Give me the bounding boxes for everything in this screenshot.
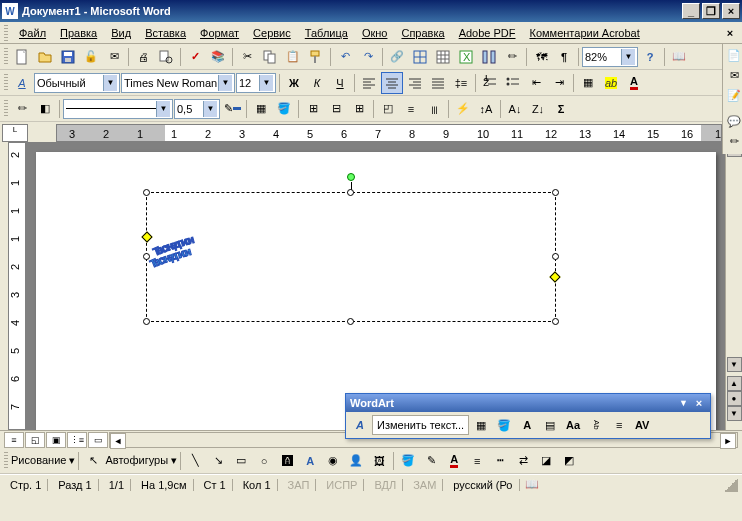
autoformat-button[interactable]: ⚡ <box>452 98 474 120</box>
resize-handle[interactable] <box>552 189 559 196</box>
scroll-left-button[interactable]: ◄ <box>110 433 126 449</box>
close-document-button[interactable]: × <box>722 26 738 40</box>
save-button[interactable] <box>57 46 79 68</box>
wordart-gallery-button[interactable]: ▦ <box>470 414 492 436</box>
insert-picture-button[interactable]: 🖼 <box>368 450 390 472</box>
toolbar-close-button[interactable]: × <box>692 397 706 409</box>
tables-borders-button[interactable] <box>409 46 431 68</box>
dropdown-icon[interactable]: ▼ <box>259 75 273 91</box>
line-spacing-button[interactable]: ‡≡ <box>450 72 472 94</box>
outline-view-button[interactable]: ⋮≡ <box>67 432 87 448</box>
line-style-button[interactable]: ≡ <box>466 450 488 472</box>
text-direction-button[interactable]: ↕A <box>475 98 497 120</box>
menu-view[interactable]: Вид <box>105 25 137 41</box>
grip-icon[interactable] <box>4 100 8 118</box>
restore-button[interactable]: ❐ <box>702 3 720 19</box>
menu-acrobat-comments[interactable]: Комментарии Acrobat <box>524 25 646 41</box>
select-objects-button[interactable]: ↖ <box>82 450 104 472</box>
insert-diagram-button[interactable]: ◉ <box>322 450 344 472</box>
scroll-down-button[interactable]: ▼ <box>727 357 742 372</box>
email-button[interactable]: ✉ <box>103 46 125 68</box>
reading-view-button[interactable]: ▭ <box>88 432 108 448</box>
resize-grip-icon[interactable] <box>724 478 738 492</box>
align-center-button[interactable] <box>381 72 403 94</box>
char-spacing-button[interactable]: AV <box>631 414 653 436</box>
status-rec[interactable]: ЗАП <box>282 479 317 491</box>
docmap-button[interactable]: 🗺 <box>530 46 552 68</box>
help-button[interactable]: ? <box>639 46 661 68</box>
textbox-button[interactable]: 🅰 <box>276 450 298 472</box>
merge-cells-button[interactable]: ⊟ <box>325 98 347 120</box>
dash-style-button[interactable]: ┅ <box>489 450 511 472</box>
3d-style-button[interactable]: ◩ <box>558 450 580 472</box>
highlight-button[interactable]: ab <box>600 72 622 94</box>
wordart-toolbar-title[interactable]: WordArt ▼ × <box>346 394 710 412</box>
dropdown-icon[interactable]: ▼ <box>203 101 217 117</box>
decrease-indent-button[interactable]: ⇤ <box>525 72 547 94</box>
menu-edit[interactable]: Правка <box>54 25 103 41</box>
status-ext[interactable]: ВДЛ <box>368 479 403 491</box>
new-doc-button[interactable] <box>11 46 33 68</box>
menu-window[interactable]: Окно <box>356 25 394 41</box>
research-button[interactable]: 📚 <box>207 46 229 68</box>
eraser-button[interactable]: ◧ <box>34 98 56 120</box>
drawing-toggle-button[interactable]: ✏ <box>501 46 523 68</box>
vertical-text-button[interactable]: Ab <box>585 414 607 436</box>
resize-handle[interactable] <box>347 189 354 196</box>
insert-excel-button[interactable]: X <box>455 46 477 68</box>
fontsize-combo[interactable]: 12▼ <box>236 73 276 93</box>
read-mode-button[interactable]: 📖 <box>668 46 690 68</box>
rotate-handle[interactable] <box>347 173 355 181</box>
menu-table[interactable]: Таблица <box>299 25 354 41</box>
dropdown-icon[interactable]: ▼ <box>156 101 170 117</box>
print-layout-view-button[interactable]: ▣ <box>46 432 66 448</box>
status-ovr[interactable]: ЗАМ <box>407 479 443 491</box>
text-wrapping-button[interactable]: ▤ <box>539 414 561 436</box>
resize-handle[interactable] <box>347 318 354 325</box>
tab-selector[interactable]: L <box>2 124 28 142</box>
horizontal-ruler[interactable]: 3211234567891011121314151617 <box>56 124 722 142</box>
split-cells-button[interactable]: ⊞ <box>348 98 370 120</box>
numbering-button[interactable]: 12 <box>479 72 501 94</box>
dropdown-icon[interactable]: ▼ <box>103 75 117 91</box>
document-area[interactable]: Текст надписи ▲ ▼ ▲ ● ▼ <box>26 142 742 430</box>
shadow-style-button[interactable]: ◪ <box>535 450 557 472</box>
menu-adobe-pdf[interactable]: Adobe PDF <box>453 25 522 41</box>
grip-icon[interactable] <box>4 48 8 66</box>
format-painter-button[interactable] <box>305 46 327 68</box>
scroll-right-button[interactable]: ► <box>720 433 736 449</box>
open-button[interactable] <box>34 46 56 68</box>
drawing-menu[interactable]: Рисование ▾ <box>11 454 75 467</box>
autoshapes-menu[interactable]: Автофигуры ▾ <box>105 454 177 467</box>
redo-button[interactable]: ↷ <box>357 46 379 68</box>
line-style-combo[interactable]: ▼ <box>63 99 173 119</box>
draw-table-button[interactable]: ✏ <box>11 98 33 120</box>
align-left-button[interactable] <box>358 72 380 94</box>
same-letter-heights-button[interactable]: Aa <box>562 414 584 436</box>
prev-page-button[interactable]: ▲ <box>727 376 742 391</box>
line-weight-combo[interactable]: 0,5▼ <box>174 99 220 119</box>
align-right-button[interactable] <box>404 72 426 94</box>
distribute-rows-button[interactable]: ≡ <box>400 98 422 120</box>
dropdown-icon[interactable]: ▼ <box>218 75 232 91</box>
undo-button[interactable]: ↶ <box>334 46 356 68</box>
edit-text-button[interactable]: Изменить текст... <box>372 415 469 435</box>
insert-wordart-button[interactable]: A <box>299 450 321 472</box>
bullets-button[interactable] <box>502 72 524 94</box>
permission-button[interactable]: 🔓 <box>80 46 102 68</box>
alignment-button[interactable]: ≡ <box>608 414 630 436</box>
rectangle-button[interactable]: ▭ <box>230 450 252 472</box>
fill-color-button[interactable]: 🪣 <box>397 450 419 472</box>
vertical-scrollbar[interactable]: ▲ ▼ ▲ ● ▼ <box>725 142 742 430</box>
menu-help[interactable]: Справка <box>395 25 450 41</box>
resize-handle[interactable] <box>143 318 150 325</box>
cut-button[interactable]: ✂ <box>236 46 258 68</box>
status-language[interactable]: русский (Ро <box>447 479 519 491</box>
font-color-button[interactable]: A <box>623 72 645 94</box>
minimize-button[interactable]: _ <box>682 3 700 19</box>
underline-button[interactable]: Ч <box>329 72 351 94</box>
grip-icon[interactable] <box>4 74 8 92</box>
resize-handle[interactable] <box>552 318 559 325</box>
styles-pane-button[interactable]: A <box>11 72 33 94</box>
zoom-combo[interactable]: 82%▼ <box>582 47 638 67</box>
